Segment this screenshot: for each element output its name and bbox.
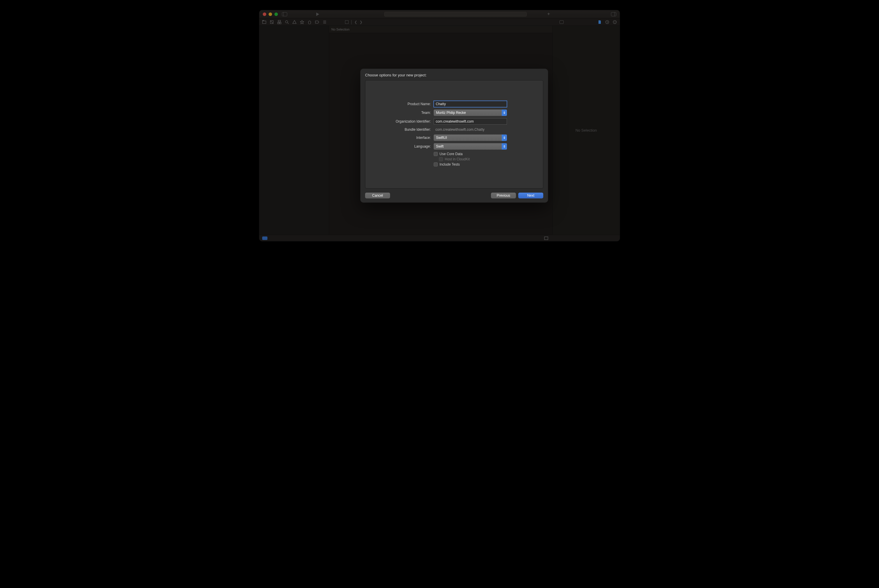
org-identifier-label: Organization Identifier:	[374, 119, 434, 123]
language-value: Swift	[436, 144, 443, 148]
xcode-window: + | ❮ ❯	[259, 10, 620, 241]
core-data-row: Use Core Data	[434, 152, 507, 156]
team-value: Moritz Philip Recke	[436, 111, 466, 115]
cloudkit-label: Host in CloudKit	[445, 157, 470, 161]
cloudkit-checkbox	[439, 157, 443, 161]
next-button[interactable]: Next	[518, 193, 543, 198]
product-name-input[interactable]	[434, 101, 507, 107]
cancel-button[interactable]: Cancel	[365, 193, 390, 198]
new-project-options-sheet: Choose options for your new project: Pro…	[361, 69, 548, 202]
product-name-row: Product Name:	[374, 101, 534, 107]
include-tests-label: Include Tests	[440, 162, 460, 166]
org-identifier-row: Organization Identifier:	[374, 118, 534, 124]
chevron-updown-icon	[502, 110, 507, 116]
core-data-label: Use Core Data	[440, 152, 463, 156]
chevron-updown-icon	[502, 135, 507, 141]
team-label: Team:	[374, 111, 434, 115]
language-label: Language:	[374, 144, 434, 148]
interface-value: SwiftUI	[436, 136, 447, 140]
interface-row: Interface: SwiftUI	[374, 135, 534, 141]
bundle-identifier-label: Bundle Identifier:	[374, 128, 434, 132]
bundle-identifier-value: com.createwithswift.com.Chatty	[434, 127, 507, 132]
include-tests-checkbox[interactable]	[434, 162, 438, 166]
bundle-identifier-row: Bundle Identifier: com.createwithswift.c…	[374, 127, 534, 132]
team-row: Team: Moritz Philip Recke	[374, 110, 534, 116]
org-identifier-input[interactable]	[434, 118, 507, 124]
language-row: Language: Swift	[374, 143, 534, 150]
interface-label: Interface:	[374, 136, 434, 140]
sheet-body: Product Name: Team: Moritz Philip Recke	[365, 80, 543, 189]
sheet-title: Choose options for your new project:	[361, 69, 548, 80]
product-name-label: Product Name:	[374, 102, 434, 106]
sheet-footer: Cancel Previous Next	[361, 189, 548, 202]
core-data-checkbox[interactable]	[434, 152, 438, 156]
language-popup[interactable]: Swift	[434, 143, 507, 150]
checkbox-group: Use Core Data Host in CloudKit Include T…	[374, 152, 534, 168]
interface-popup[interactable]: SwiftUI	[434, 135, 507, 141]
chevron-updown-icon	[502, 143, 507, 150]
cloudkit-row: Host in CloudKit	[439, 157, 507, 161]
previous-button[interactable]: Previous	[491, 193, 516, 198]
team-popup[interactable]: Moritz Philip Recke	[434, 110, 507, 116]
include-tests-row: Include Tests	[434, 162, 507, 166]
